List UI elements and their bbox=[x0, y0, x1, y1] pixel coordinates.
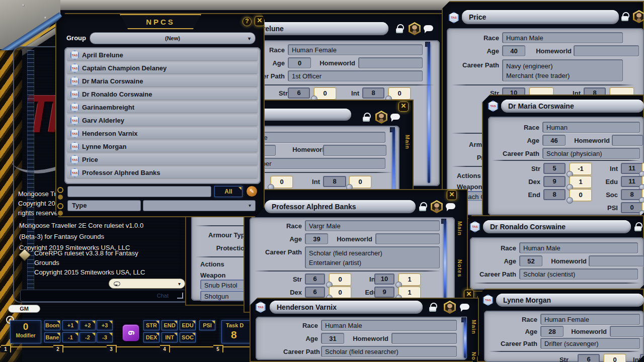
age-field[interactable]: 39 bbox=[305, 233, 328, 244]
homeworld-field[interactable] bbox=[610, 326, 644, 337]
list-item[interactable]: TASGarv Alderley bbox=[67, 115, 258, 126]
str-modifier[interactable]: -1 bbox=[570, 163, 592, 175]
career-path-field[interactable]: Scholar (field researcher) bbox=[321, 346, 457, 357]
list-item[interactable]: TASProfessor Alphred Banks bbox=[67, 167, 258, 178]
gm-identity-label[interactable]: GM bbox=[8, 305, 40, 313]
homeworld-field[interactable] bbox=[323, 145, 386, 156]
portrait-icon[interactable] bbox=[444, 301, 456, 314]
int-roll-button[interactable]: INT bbox=[162, 332, 178, 342]
psi-modifier[interactable] bbox=[642, 202, 644, 214]
homeworld-field[interactable] bbox=[574, 45, 639, 56]
dex-modifier[interactable]: 1 bbox=[570, 176, 592, 188]
filter-all-button[interactable]: All bbox=[214, 186, 243, 197]
age-field[interactable]: 46 bbox=[542, 135, 566, 146]
group-dropdown[interactable]: (New) ▾ bbox=[90, 32, 256, 44]
race-field[interactable]: Vargr Male bbox=[305, 220, 440, 231]
dex-value[interactable]: 6 bbox=[305, 287, 325, 298]
int-modifier[interactable]: 0 bbox=[388, 87, 411, 100]
hotbar-slot-4[interactable]: 4 bbox=[160, 345, 170, 352]
dex-roll-button[interactable]: DEX bbox=[143, 332, 159, 342]
hotbar-slot-3[interactable]: 3 bbox=[107, 345, 117, 352]
lock-icon[interactable] bbox=[621, 12, 629, 21]
resize-grip-icon[interactable] bbox=[177, 293, 183, 299]
plus3-button[interactable]: +3 bbox=[97, 320, 113, 330]
minus1-button[interactable]: -1 bbox=[62, 332, 78, 342]
tab-notes[interactable]: Notes bbox=[457, 259, 463, 278]
chat-share-icon[interactable] bbox=[390, 114, 400, 120]
bane-button[interactable]: Bane bbox=[44, 332, 60, 342]
lock-icon[interactable] bbox=[419, 202, 427, 211]
chat-share-icon[interactable] bbox=[460, 304, 469, 310]
age-field[interactable]: 40 bbox=[502, 45, 525, 56]
career-path-field[interactable]: Scholar (field researcher) Entertainer (… bbox=[305, 246, 440, 268]
str-value[interactable]: 5 bbox=[543, 163, 566, 174]
chat-input[interactable]: Chat bbox=[20, 290, 186, 302]
portrait-icon[interactable] bbox=[375, 111, 387, 124]
plus1-button[interactable]: +1 bbox=[62, 320, 78, 330]
hotbar-slot-5[interactable]: 5 bbox=[213, 345, 223, 352]
hotbar-slot-2[interactable]: 2 bbox=[53, 345, 63, 352]
search-input[interactable] bbox=[67, 186, 211, 197]
sheet-title[interactable]: Price bbox=[462, 10, 619, 24]
soc-modifier[interactable] bbox=[642, 189, 644, 201]
homeworld-field[interactable] bbox=[612, 135, 643, 146]
lock-icon[interactable] bbox=[634, 222, 642, 231]
int-value[interactable]: 10 bbox=[374, 274, 394, 285]
tab-main[interactable]: Main bbox=[457, 221, 463, 236]
close-icon[interactable]: ✕ bbox=[447, 190, 457, 200]
list-item[interactable]: TASCaptain Champion Delaney bbox=[67, 62, 258, 73]
close-icon[interactable]: ✕ bbox=[255, 16, 265, 26]
type-filter-dropdown[interactable]: ▾ bbox=[143, 200, 256, 211]
portrait-icon[interactable] bbox=[633, 10, 644, 23]
age-field[interactable]: 52 bbox=[519, 255, 542, 266]
lock-icon[interactable] bbox=[362, 113, 370, 122]
sheet-title[interactable]: Dr Ronaldo Corswaine bbox=[483, 220, 631, 233]
portrait-icon[interactable] bbox=[431, 200, 443, 213]
sheet-title[interactable]: Dr Maria Corswaine bbox=[501, 100, 644, 113]
int-modifier[interactable]: 0 bbox=[349, 176, 371, 188]
sheet-title[interactable]: Professor Alphred Banks bbox=[265, 200, 416, 213]
sheet-title[interactable]: Lynne Morgan bbox=[496, 294, 644, 307]
list-item[interactable]: TASGarinaembreight bbox=[67, 102, 258, 113]
age-field[interactable]: 0 bbox=[288, 57, 311, 68]
list-item[interactable]: TASDr Maria Corswaine bbox=[67, 75, 258, 86]
str-modifier[interactable]: 0 bbox=[329, 274, 351, 286]
edu-modifier[interactable]: 1 bbox=[398, 287, 421, 299]
close-icon[interactable]: ✕ bbox=[398, 102, 409, 112]
str-value[interactable]: 6 bbox=[305, 274, 325, 285]
race-field[interactable]: Human Male bbox=[519, 242, 638, 253]
end-modifier[interactable]: 0 bbox=[570, 189, 592, 201]
race-field[interactable]: Human bbox=[542, 122, 640, 133]
end-value[interactable]: 8 bbox=[543, 189, 566, 200]
dex-value[interactable]: 9 bbox=[543, 176, 566, 187]
career-path-field[interactable]: Scholar (scientist) bbox=[519, 268, 638, 280]
chat-share-icon[interactable] bbox=[446, 203, 455, 209]
career-path-field[interactable]: Scholar (physician) bbox=[542, 148, 640, 159]
modifier-box[interactable]: 0 Modifier bbox=[10, 320, 41, 343]
tab-main[interactable]: Main bbox=[471, 320, 477, 334]
list-item[interactable]: TASDr Ronaldo Corswaine bbox=[67, 88, 258, 100]
minus3-button[interactable]: -3 bbox=[97, 332, 113, 342]
edu-roll-button[interactable]: EDU bbox=[180, 320, 196, 330]
homeworld-field[interactable] bbox=[358, 57, 423, 68]
scrollbar[interactable] bbox=[464, 319, 466, 358]
weapon-entry[interactable]: Shotgun bbox=[200, 291, 248, 301]
race-field[interactable]: Human Male bbox=[321, 320, 457, 331]
portrait-icon[interactable] bbox=[409, 22, 421, 35]
chat-mode-selector[interactable]: ▾ bbox=[109, 279, 185, 289]
list-item[interactable]: TASHenderson Varnix bbox=[67, 128, 258, 139]
scrollbar[interactable] bbox=[444, 220, 446, 306]
dex-modifier[interactable]: 0 bbox=[329, 287, 351, 299]
tab-main[interactable]: Main bbox=[405, 135, 411, 149]
race-field[interactable]: Human Female bbox=[540, 314, 640, 325]
int-modifier[interactable] bbox=[642, 163, 644, 175]
list-item[interactable]: TASLynne Morgan bbox=[67, 141, 258, 152]
scrollbar[interactable] bbox=[428, 43, 430, 183]
str-value[interactable]: 6 bbox=[578, 354, 600, 362]
homeworld-field[interactable] bbox=[375, 233, 440, 244]
str-modifier[interactable]: 0 bbox=[314, 87, 336, 100]
end-roll-button[interactable]: END bbox=[162, 320, 178, 330]
homeworld-field[interactable] bbox=[391, 333, 457, 344]
hotbar-slot-1[interactable]: 1 bbox=[1, 345, 11, 352]
list-item[interactable]: TASApril Brelune bbox=[67, 49, 258, 60]
